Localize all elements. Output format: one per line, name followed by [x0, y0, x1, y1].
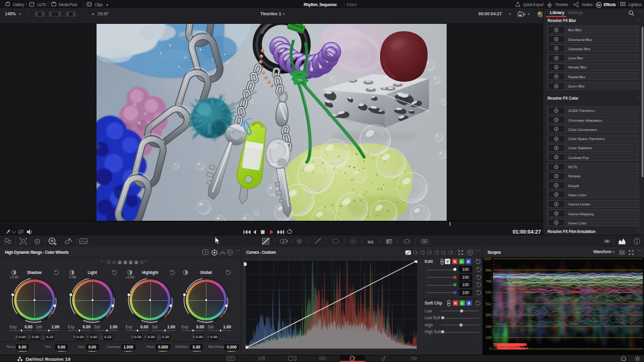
svg-text:128: 128: [486, 336, 491, 339]
svg-text:512: 512: [486, 302, 491, 306]
svg-text:768: 768: [486, 279, 491, 283]
svg-text:▾: ▾: [55, 242, 57, 246]
svg-text:fx: fx: [597, 3, 601, 7]
svg-text:896: 896: [486, 268, 491, 272]
svg-text:◆: ◆: [367, 239, 371, 245]
svg-text:256: 256: [486, 325, 491, 328]
svg-text:0: 0: [489, 347, 491, 350]
svg-text:640: 640: [486, 290, 491, 294]
svg-text:1023: 1023: [484, 257, 491, 260]
svg-text:384: 384: [486, 313, 491, 317]
